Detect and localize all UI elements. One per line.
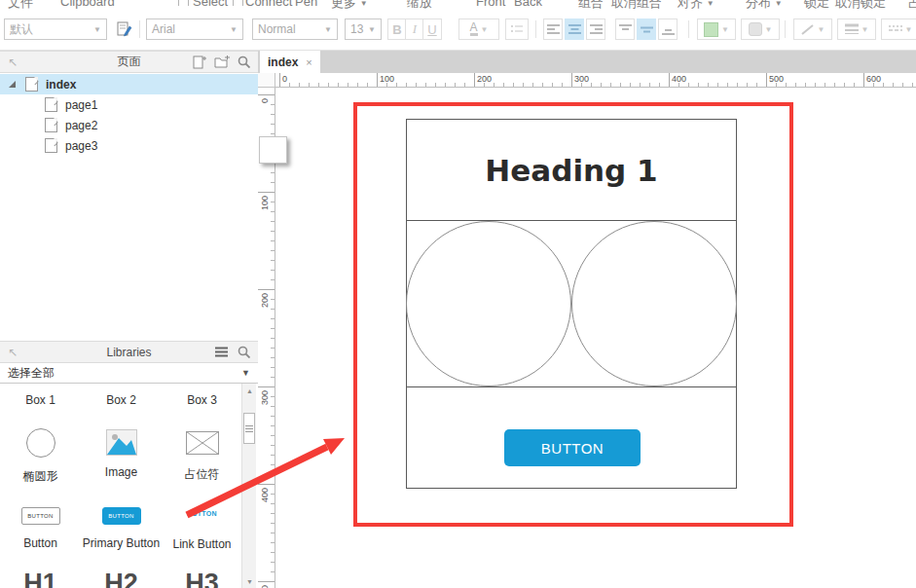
library-items-area: Box 1 Box 2 Box 3 椭圆形 Image 占位符 BUTTON B… [0, 384, 241, 588]
library-filter-select[interactable]: 选择全部 ▼ [0, 363, 258, 384]
add-page-icon[interactable] [192, 55, 206, 69]
scroll-up-icon[interactable]: ▲ [242, 384, 257, 397]
menu-group[interactable]: 组合 [578, 0, 604, 12]
style-preset-select[interactable]: 默认▼ [4, 18, 107, 40]
page-tree-item-index[interactable]: index [0, 74, 258, 94]
page-tree-item-page2[interactable]: page2 [0, 115, 258, 135]
heading-text: Heading 1 [485, 153, 657, 188]
heading-widget[interactable]: Heading 1 [407, 120, 736, 221]
align-left-button[interactable] [543, 18, 563, 40]
libraries-panel-header: Libraries ↖ [0, 341, 258, 363]
italic-button[interactable]: I [405, 18, 424, 40]
library-item-primary-button[interactable]: BUTTON Primary Button [81, 507, 162, 550]
font-family-select[interactable]: Arial▼ [146, 18, 243, 40]
bullet-list-icon[interactable] [505, 18, 529, 40]
library-item-link-button[interactable]: BUTTON Link Button [162, 510, 241, 551]
circles-section [407, 221, 736, 387]
close-tab-icon[interactable]: × [306, 56, 311, 68]
page-tree-item-page3[interactable]: page3 [0, 135, 258, 156]
border-color-button[interactable]: ▼ [793, 18, 832, 40]
library-item-h3[interactable]: H3 [162, 569, 241, 588]
page-icon [25, 77, 38, 92]
chevron-down-icon: ▼ [226, 25, 238, 34]
search-icon[interactable] [238, 55, 250, 68]
menu-truncated[interactable]: 占 [908, 0, 916, 12]
shadow-button[interactable]: ▼ [741, 18, 780, 40]
pages-panel-header: 页面 ↖ [0, 51, 258, 73]
library-item-box1[interactable]: Box 1 [0, 393, 81, 407]
align-center-button[interactable] [565, 18, 584, 40]
bold-button[interactable]: B [387, 18, 407, 40]
toolbar-separator [785, 20, 786, 38]
library-item-h1[interactable]: H1 [0, 569, 81, 588]
menu-ungroup[interactable]: 取消组合 [611, 0, 662, 12]
collapse-panel-icon[interactable]: ↖ [8, 55, 18, 69]
page-tree-item-page1[interactable]: page1 [0, 94, 258, 115]
tab-index[interactable]: index × [260, 51, 320, 73]
menu-back[interactable]: Back [514, 0, 542, 9]
toolbar-separator [535, 20, 536, 38]
menu-icon[interactable] [215, 347, 228, 357]
chevron-down-icon: ▼ [861, 25, 869, 34]
edit-style-icon[interactable] [113, 18, 136, 40]
valign-bottom-button[interactable] [658, 18, 678, 40]
valign-top-button[interactable] [615, 18, 635, 40]
expand-triangle-icon[interactable] [9, 81, 16, 88]
ellipse-widget-right[interactable] [571, 221, 737, 386]
library-item-box3[interactable]: Box 3 [162, 393, 241, 407]
scrollbar-thumb[interactable] [243, 413, 255, 444]
valign-middle-button[interactable] [637, 18, 656, 40]
menu-select[interactable]: Select [193, 0, 228, 9]
button-widget-icon: BUTTON [21, 507, 60, 525]
primary-button-widget[interactable]: BUTTON [504, 429, 641, 466]
horizontal-ruler: 0100200300400500600 [275, 73, 916, 88]
menu-distribute[interactable]: 分布 ▼ [746, 0, 783, 12]
select-mode-left-icon[interactable] [178, 0, 189, 6]
placeholder-icon [186, 431, 219, 455]
chevron-down-icon: ▼ [818, 25, 825, 34]
library-item-ellipse[interactable]: 椭圆形 [0, 428, 81, 485]
wireframe-container[interactable]: Heading 1 BUTTON [406, 119, 737, 489]
menu-zoom[interactable]: 缩放 [407, 0, 432, 12]
chevron-down-icon: ▼ [481, 25, 489, 34]
pen-icon [801, 23, 815, 35]
library-item-box2[interactable]: Box 2 [81, 393, 162, 407]
ellipse-widget-left[interactable] [406, 221, 571, 386]
chevron-down-icon: ▼ [905, 25, 913, 34]
border-width-button[interactable]: ▼ [837, 18, 876, 40]
toolbar-separator [139, 20, 140, 38]
link-button-widget-icon: BUTTON [162, 510, 241, 517]
add-folder-icon[interactable] [214, 55, 230, 68]
menu-bar: 文件 Clipboard Select Connect Pen 更多 ▼ 缩放 … [0, 0, 916, 12]
menu-connect[interactable]: Connect [245, 0, 292, 9]
search-icon[interactable] [238, 346, 250, 358]
library-item-button[interactable]: BUTTON Button [0, 507, 81, 550]
library-scrollbar[interactable]: ▲ ▼ [241, 384, 256, 588]
menu-more[interactable]: 更多 ▼ [331, 0, 368, 12]
chevron-down-icon: ▼ [707, 0, 714, 8]
menu-align[interactable]: 对齐 ▼ [678, 0, 714, 12]
chevron-down-icon: ▼ [765, 25, 773, 34]
select-mode-right-icon[interactable] [233, 0, 243, 6]
font-size-select[interactable]: 13▼ [345, 18, 382, 40]
border-style-button[interactable]: ▼ [881, 18, 916, 40]
scroll-down-icon[interactable]: ▼ [242, 574, 257, 588]
menu-pen[interactable]: Pen [295, 0, 317, 9]
align-right-button[interactable] [586, 18, 605, 40]
library-item-image[interactable]: Image [81, 429, 162, 479]
page-tree-label: page2 [65, 119, 97, 132]
menu-front[interactable]: Front [476, 0, 505, 9]
library-item-h2[interactable]: H2 [81, 569, 162, 588]
library-item-placeholder[interactable]: 占位符 [162, 431, 241, 483]
menu-clipboard[interactable]: Clipboard [60, 0, 115, 9]
menu-unlock[interactable]: 取消锁定 [835, 0, 886, 12]
collapse-panel-icon[interactable]: ↖ [8, 346, 18, 359]
underline-button[interactable]: U [422, 18, 442, 40]
font-color-button[interactable]: A ▼ [458, 18, 499, 40]
menu-file[interactable]: 文件 [8, 0, 33, 12]
ruler-drag-handle[interactable] [259, 136, 287, 164]
font-weight-select[interactable]: Normal▼ [252, 18, 338, 40]
fill-color-button[interactable]: ▼ [697, 18, 736, 40]
menu-lock[interactable]: 锁定 [804, 0, 829, 12]
toolbar-separator [688, 20, 689, 38]
